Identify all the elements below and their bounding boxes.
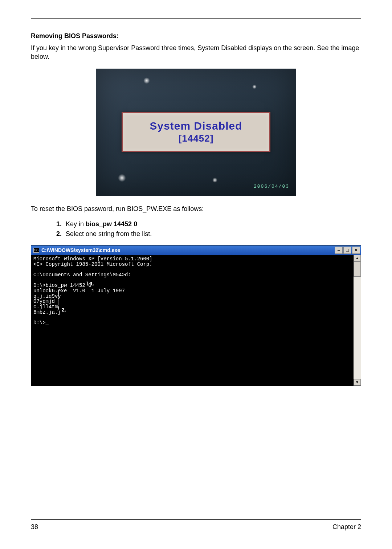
section-heading: Removing BIOS Passwords: bbox=[31, 32, 361, 40]
cmd-line: D:\>bios_pw 14452 0 bbox=[33, 282, 91, 288]
cmd-output[interactable]: Microsoft Windows XP [Version 5.1.2600] … bbox=[31, 255, 354, 386]
maximize-button[interactable]: □ bbox=[343, 247, 351, 254]
bios-message-box: System Disabled [14452] bbox=[122, 112, 270, 152]
chapter-label: Chapter 2 bbox=[332, 523, 361, 531]
intro-paragraph: If you key in the wrong Supervisor Passw… bbox=[31, 44, 361, 61]
page-number: 38 bbox=[31, 523, 38, 531]
cmd-title-text: C:\WINDOWS\system32\cmd.exe bbox=[41, 247, 335, 253]
step-bold: bios_pw 14452 0 bbox=[86, 220, 137, 228]
cmd-icon bbox=[33, 248, 39, 253]
cmd-line: unlock6.exe v1.0 1 July 1997 bbox=[33, 288, 125, 294]
bios-title: System Disabled bbox=[150, 120, 242, 132]
minimize-button[interactable]: – bbox=[335, 247, 343, 254]
step-num: 1. bbox=[56, 220, 62, 228]
annotation-2: 2. bbox=[62, 307, 66, 313]
bios-date: 2006/04/03 bbox=[254, 184, 289, 189]
cmd-line: C:\Documents and Settings\M54>d: bbox=[33, 272, 131, 278]
reset-instruction: To reset the BIOS password, run BIOS_PW.… bbox=[31, 204, 361, 213]
annotation-bracket-2: )||) bbox=[57, 291, 60, 310]
bios-disabled-photo: System Disabled [14452] 2006/04/03 bbox=[96, 69, 296, 196]
annotation-1: 1. bbox=[90, 281, 94, 286]
steps-list: 1. Key in bios_pw 14452 0 2. Select one … bbox=[56, 220, 361, 238]
scroll-track[interactable] bbox=[354, 277, 361, 379]
cmd-line: 07yqmjd bbox=[33, 298, 55, 304]
step-text: Select one string from the list. bbox=[66, 230, 152, 237]
step-2: 2. Select one string from the list. bbox=[56, 230, 361, 238]
cmd-scrollbar[interactable]: ▲ ▼ bbox=[354, 255, 361, 386]
cmd-line: Microsoft Windows XP [Version 5.1.2600] bbox=[33, 256, 152, 262]
scroll-down-icon[interactable]: ▼ bbox=[354, 379, 361, 386]
cmd-line: c.jll4tm bbox=[33, 304, 58, 310]
close-button[interactable]: × bbox=[352, 247, 360, 254]
cmd-line: <C> Copyright 1985-2001 Microsoft Corp. bbox=[33, 261, 152, 267]
scroll-up-icon[interactable]: ▲ bbox=[354, 255, 361, 261]
scroll-thumb[interactable] bbox=[354, 261, 361, 277]
bios-code: [14452] bbox=[179, 133, 214, 144]
step-1: 1. Key in bios_pw 14452 0 bbox=[56, 220, 361, 228]
cmd-line: D:\>_ bbox=[33, 320, 49, 326]
cmd-titlebar[interactable]: C:\WINDOWS\system32\cmd.exe – □ × bbox=[31, 245, 361, 255]
annotation-bracket-1: ) bbox=[86, 281, 89, 286]
cmd-window: C:\WINDOWS\system32\cmd.exe – □ × Micros… bbox=[31, 245, 361, 386]
step-text: Key in bbox=[66, 220, 86, 228]
step-num: 2. bbox=[56, 230, 62, 237]
